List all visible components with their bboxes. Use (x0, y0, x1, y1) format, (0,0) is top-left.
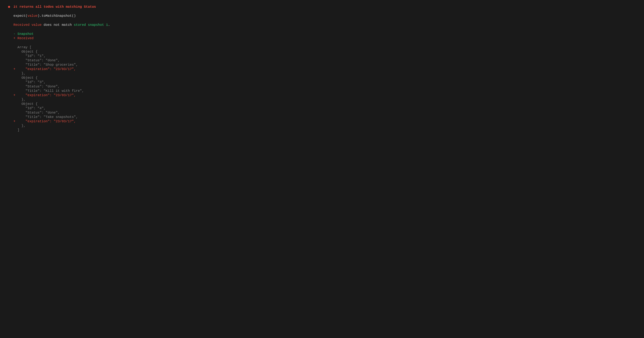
diff-line-context: }, (14, 124, 644, 128)
fail-dot-icon (8, 6, 10, 8)
mismatch-stored: stored snapshot 1 (74, 23, 108, 27)
diff-line-context: "Id": "3", (14, 80, 644, 84)
diff-legend: - Snapshot + Received (14, 32, 644, 40)
diff-line-added: + "expiration": "23/03/17", (14, 67, 644, 71)
test-header: it returns all todos with matching Statu… (8, 5, 644, 9)
diff-line-context: "Title": "Take snapshots", (14, 115, 644, 119)
expect-value: value (28, 14, 38, 18)
expect-prefix: expect( (14, 14, 28, 18)
diff-line-context: "Id": "4", (14, 106, 644, 111)
diff-line-context: }, (14, 97, 644, 102)
diff-line-added: + "expiration": "23/03/17", (14, 93, 644, 97)
legend-received: + Received (14, 36, 644, 40)
diff-line-context: "Status": "done", (14, 84, 644, 89)
diff-line-context: "Id": "1", (14, 54, 644, 58)
diff-line-context: Array [ (14, 45, 644, 50)
diff-block: Array [ Object { "Id": "1", "Status": "d… (14, 45, 644, 132)
diff-line-context: ] (14, 128, 644, 132)
expect-call: expect(value).toMatchSnapshot() (14, 14, 644, 18)
mismatch-received: Received value (14, 23, 42, 27)
diff-line-context: Object { (14, 102, 644, 106)
diff-line-context: "Title": "Shop groceries", (14, 63, 644, 67)
mismatch-period: . (108, 23, 110, 27)
diff-line-context: "Title": "Kill it with fire", (14, 89, 644, 93)
diff-line-context: }, (14, 71, 644, 76)
test-title: it returns all todos with matching Statu… (14, 5, 96, 9)
diff-line-added: + "expiration": "23/03/17", (14, 119, 644, 124)
expect-suffix: ).toMatchSnapshot() (38, 14, 76, 18)
legend-snapshot: - Snapshot (14, 32, 644, 36)
diff-line-context: Object { (14, 50, 644, 54)
terminal-output: it returns all todos with matching Statu… (0, 5, 644, 132)
diff-line-context: "Status": "done", (14, 111, 644, 115)
mismatch-message: Received value does not match stored sna… (14, 23, 644, 27)
diff-line-context: Object { (14, 76, 644, 80)
diff-line-context: "Status": "done", (14, 58, 644, 63)
mismatch-middle: does not match (42, 23, 74, 27)
